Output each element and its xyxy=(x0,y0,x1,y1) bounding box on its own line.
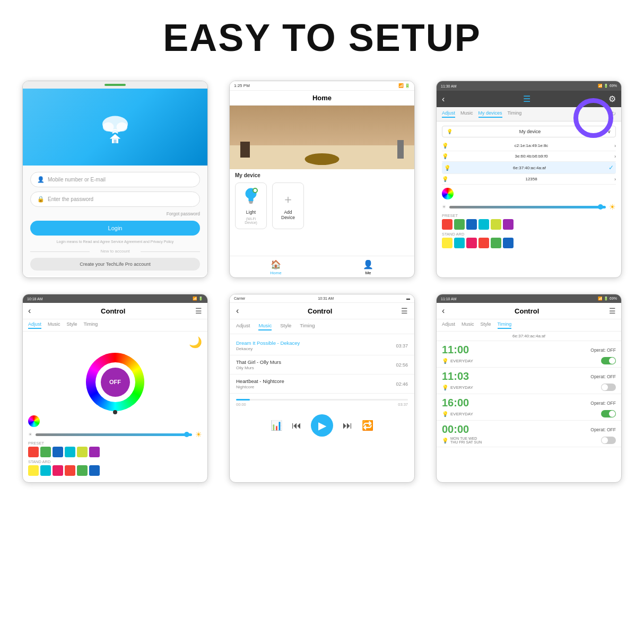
filter-icon[interactable]: ☰ xyxy=(401,307,408,315)
back-timing[interactable]: ‹ xyxy=(442,306,445,316)
tab-adjust-music[interactable]: Adjust xyxy=(236,323,250,330)
forgot-password-link[interactable]: Forgot password xyxy=(30,211,200,216)
swatch-4-std-pink[interactable] xyxy=(53,465,63,476)
tab-timing-music[interactable]: Timing xyxy=(300,323,315,330)
song-item-3[interactable]: Heartbeat - Nightcore Nightcore 02:46 xyxy=(230,375,414,394)
swatch-4-std-green[interactable] xyxy=(77,465,88,476)
toggle-4[interactable] xyxy=(601,437,616,444)
back-btn[interactable]: ‹ xyxy=(28,306,31,316)
toggle-3[interactable] xyxy=(601,410,616,417)
login-body: 👤 Mobile number or E-mail 🔒 Enter the pa… xyxy=(23,166,207,276)
swatch-purple[interactable] xyxy=(503,219,514,230)
swatch-std-cyan[interactable] xyxy=(454,238,465,248)
color-ring-control[interactable]: OFF xyxy=(28,353,202,411)
login-button[interactable]: Login xyxy=(30,221,200,236)
swatch-4-green[interactable] xyxy=(40,447,51,457)
tab-music-timing[interactable]: Music xyxy=(462,321,474,329)
timing-item-3: 16:00 Operat: OFF 💡 EVERYDAY xyxy=(437,394,621,421)
create-account-button[interactable]: Create your TechLife Pro account xyxy=(30,258,200,271)
svg-point-8 xyxy=(253,188,257,193)
add-device-card[interactable]: ＋ Add Device xyxy=(272,182,304,229)
tab-music[interactable]: Music xyxy=(460,110,473,118)
toggle-1[interactable] xyxy=(601,357,616,364)
bar-chart-icon[interactable]: 📊 xyxy=(271,420,282,431)
tab-music-active[interactable]: Music xyxy=(258,323,272,330)
brightness-slider[interactable] xyxy=(449,206,606,208)
swatch-std-red[interactable] xyxy=(478,238,489,248)
statusbar-timing: 11:10 AM 📶 🔋 69% xyxy=(437,294,621,303)
color-wheel-4[interactable] xyxy=(28,415,40,427)
password-field[interactable]: 🔒 Enter the password xyxy=(30,192,200,207)
statusbar-music: Carrier 10:31 AM ▬ xyxy=(230,294,414,303)
song-item-2[interactable]: That Girl - Olly Murs Olly Murs 02:56 xyxy=(230,355,414,375)
swatch-4-red[interactable] xyxy=(28,447,39,457)
tab-music-ctrl[interactable]: Music xyxy=(48,321,60,329)
menu-icon[interactable]: ☰ xyxy=(523,94,530,104)
menu-timing[interactable]: ☰ xyxy=(609,307,616,315)
device-list: 💡 c2:1e:1a:49:1e:8c › 💡 3e:60:4b:b6:b9:f… xyxy=(442,141,616,185)
statusbar-home: 1:25 PM 📶 🔋 xyxy=(230,81,414,91)
next-button[interactable]: ⏭ xyxy=(343,420,352,431)
bulb-t3: 💡 xyxy=(442,411,448,417)
app-logo xyxy=(94,111,136,143)
email-field[interactable]: 👤 Mobile number or E-mail xyxy=(30,172,200,187)
swatch-green[interactable] xyxy=(454,219,465,230)
tab-adjust[interactable]: Adjust xyxy=(442,110,455,118)
color-wheel-small[interactable] xyxy=(442,188,454,199)
swatch-4-std-red[interactable] xyxy=(65,465,75,476)
tab-style-ctrl[interactable]: Style xyxy=(67,321,77,329)
device-item-1[interactable]: 💡 c2:1e:1a:49:1e:8c › xyxy=(442,141,616,151)
back-icon[interactable]: ‹ xyxy=(442,94,445,104)
device-light-card[interactable]: Light (Wi-Fi Device) xyxy=(235,182,267,229)
tab-timing[interactable]: Timing xyxy=(508,110,522,118)
toggle-2[interactable] xyxy=(601,384,616,391)
phone-control-music: Carrier 10:31 AM ▬ ‹ Control ☰ Adjust Mu… xyxy=(229,294,415,483)
brightness-bar-4[interactable] xyxy=(36,433,192,436)
swatch-blue[interactable] xyxy=(466,219,477,230)
music-titlebar: ‹ Control ☰ xyxy=(230,303,414,319)
timing-titlebar: ‹ Control ☰ xyxy=(437,303,621,319)
device-item-2[interactable]: 💡 3e:60:4b:b6:b9:f0 › xyxy=(442,151,616,162)
swatch-4-std-cyan[interactable] xyxy=(40,465,51,476)
swatch-red[interactable] xyxy=(442,219,452,230)
tab-mydevices[interactable]: My devices xyxy=(478,110,502,118)
bottom-nav: 🏠 Home 👤 Me xyxy=(230,256,414,277)
tab-style-timing[interactable]: Style xyxy=(481,321,491,329)
preset-swatches xyxy=(442,219,616,230)
swatch-4-yellow[interactable] xyxy=(77,447,88,457)
repeat-icon[interactable]: 🔁 xyxy=(362,420,373,431)
prev-button[interactable]: ⏮ xyxy=(292,420,301,431)
nav-me[interactable]: 👤 Me xyxy=(322,259,414,275)
back-music[interactable]: ‹ xyxy=(236,306,239,316)
tab-style-music[interactable]: Style xyxy=(280,323,291,330)
svg-rect-6 xyxy=(249,201,253,203)
swatch-4-blue[interactable] xyxy=(53,447,63,457)
menu-btn[interactable]: ☰ xyxy=(195,307,202,315)
swatch-std-yellow[interactable] xyxy=(442,238,452,248)
tab-adjust-timing[interactable]: Adjust xyxy=(442,321,455,329)
progress-track[interactable] xyxy=(236,399,408,401)
swatch-4-purple[interactable] xyxy=(89,447,100,457)
swatch-std-pink[interactable] xyxy=(466,238,477,248)
swatch-yellow[interactable] xyxy=(491,219,501,230)
bulb-icon: 💡 xyxy=(442,143,448,149)
swatch-cyan[interactable] xyxy=(478,219,489,230)
color-ring: OFF xyxy=(86,353,144,411)
control-adjust-body: 🌙 OFF ☀ ☀ PRESET xyxy=(23,332,207,482)
play-button[interactable]: ▶ xyxy=(311,414,333,437)
swatch-4-std-yellow[interactable] xyxy=(28,465,39,476)
device-item-4[interactable]: 💡 12358 › xyxy=(442,174,616,185)
nav-home[interactable]: 🏠 Home xyxy=(230,259,322,275)
song-item-1[interactable]: Dream It Possible - Dekacey Dekacey 03:3… xyxy=(230,336,414,355)
swatch-4-std-blue[interactable] xyxy=(89,465,100,476)
swatch-std-green[interactable] xyxy=(491,238,501,248)
tab-timing-ctrl[interactable]: Timing xyxy=(84,321,98,329)
settings-gear-icon[interactable]: ⚙ xyxy=(608,94,616,104)
swatch-std-blue[interactable] xyxy=(503,238,514,248)
standard-label-4: STAND ARD xyxy=(28,459,202,464)
power-off-button[interactable]: OFF xyxy=(101,368,130,397)
device-item-3-selected[interactable]: 💡 6e:37:40:ac:4a:af ✓ xyxy=(442,162,616,174)
swatch-4-cyan[interactable] xyxy=(65,447,75,457)
tab-adjust-ctrl[interactable]: Adjust xyxy=(28,321,41,329)
tab-timing-active[interactable]: Timing xyxy=(498,321,512,329)
